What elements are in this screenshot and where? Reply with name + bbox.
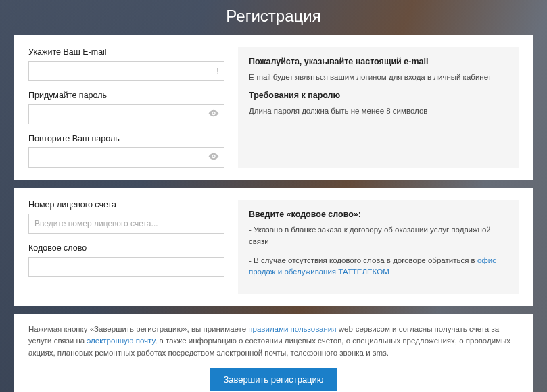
page-title: Регистрация	[0, 0, 547, 35]
credentials-panel: Укажите Ваш E-mail ! Придумайте пароль П…	[14, 35, 533, 180]
info-text-password: Длина пароля должна быть не менее 8 симв…	[249, 105, 508, 116]
info-heading-email: Пожалуйста, указывайте настоящий e-mail	[249, 57, 508, 66]
password-label: Придумайте пароль	[28, 91, 224, 100]
codeword-info-bullet2: - В случае отсутствия кодового слова в д…	[249, 255, 508, 278]
account-info: Введите «кодовое слово»: - Указано в бла…	[238, 200, 519, 294]
account-panel: Номер лицевого счета Кодовое слово Введи…	[14, 188, 533, 306]
codeword-bullet2-prefix: - В случае отсутствия кодового слова в д…	[249, 256, 477, 264]
email-label: Укажите Ваш E-mail	[28, 47, 224, 57]
account-input[interactable]	[28, 214, 224, 234]
info-heading-password: Требования к паролю	[249, 91, 508, 100]
terms-link-rules[interactable]: правилами пользования	[248, 325, 336, 333]
password-repeat-input[interactable]	[28, 147, 224, 168]
credentials-info: Пожалуйста, указывайте настоящий e-mail …	[238, 47, 519, 168]
password-input[interactable]	[28, 104, 224, 124]
codeword-info-heading: Введите «кодовое слово»:	[249, 210, 508, 219]
terms-link-email[interactable]: электронную почту	[87, 337, 155, 345]
codeword-info-bullet1: - Указано в бланке заказа к договору об …	[249, 224, 508, 248]
email-input[interactable]	[28, 61, 224, 81]
terms-prefix: Нажимая кнопку «Завершить регистрацию», …	[28, 325, 248, 333]
submit-button[interactable]: Завершить регистрацию	[210, 368, 337, 391]
terms-text: Нажимая кнопку «Завершить регистрацию», …	[28, 324, 519, 359]
terms-panel: Нажимая кнопку «Завершить регистрацию», …	[14, 314, 533, 392]
codeword-label: Кодовое слово	[28, 243, 224, 253]
info-text-email: E-mail будет являться вашим логином для …	[249, 72, 508, 82]
codeword-input[interactable]	[28, 257, 224, 277]
password-repeat-label: Повторите Ваш пароль	[28, 134, 224, 143]
account-label: Номер лицевого счета	[28, 200, 224, 210]
